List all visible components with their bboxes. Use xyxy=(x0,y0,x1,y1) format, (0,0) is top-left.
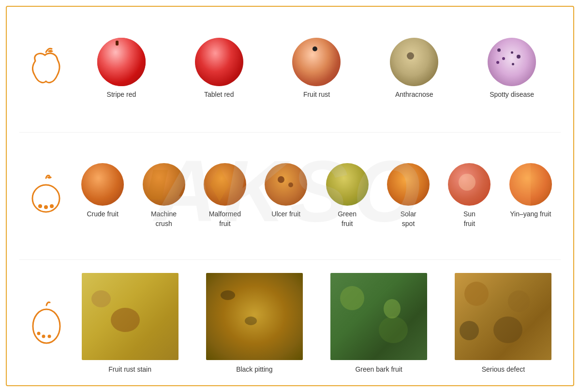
apple-icon xyxy=(19,46,73,90)
fruit-item-green-fruit: Greenfruit xyxy=(317,163,377,228)
fruit-rust-stain-image xyxy=(82,273,178,360)
fruit-item-solar-spot: Solarspot xyxy=(378,163,438,228)
machine-crush-label: Machinecrush xyxy=(151,210,177,228)
main-layout: Stripe red Tablet red Fruit rust xyxy=(10,10,570,382)
serious-defect-label: Serious defect xyxy=(482,365,525,375)
tablet-red-image xyxy=(195,38,243,86)
fruit-item-serious-defect: Serious defect xyxy=(446,273,561,375)
orange-icon xyxy=(19,173,73,219)
fruit-rust-label: Fruit rust xyxy=(303,90,330,100)
fruit-item-anthracnose: Anthracnose xyxy=(365,38,463,100)
fruit-item-ulcer-fruit: Ulcer fruit xyxy=(256,163,316,219)
green-fruit-label: Greenfruit xyxy=(338,210,357,228)
fruit-item-black-pitting: Black pitting xyxy=(197,273,312,375)
orange-row: Crude fruit Machinecrush Malformedfr xyxy=(10,137,570,255)
fruit-item-green-bark-fruit: Green bark fruit xyxy=(322,273,436,375)
spotty-disease-image xyxy=(488,38,536,86)
black-pitting-label: Black pitting xyxy=(236,365,272,375)
sun-fruit-label: Sunfruit xyxy=(463,210,476,228)
green-bark-fruit-image xyxy=(330,273,427,360)
serious-defect-image xyxy=(455,273,551,360)
orange-items: Crude fruit Machinecrush Malformedfr xyxy=(73,163,561,228)
divider-1 xyxy=(19,132,561,133)
anthracnose-label: Anthracnose xyxy=(395,90,433,100)
solar-spot-label: Solarspot xyxy=(401,210,416,228)
crude-fruit-image xyxy=(81,163,124,206)
stripe-red-image xyxy=(97,38,146,86)
crude-fruit-label: Crude fruit xyxy=(87,210,119,219)
ulcer-fruit-label: Ulcer fruit xyxy=(271,210,300,219)
fruit-rust-stain-label: Fruit rust stain xyxy=(108,365,151,375)
ulcer-fruit-image xyxy=(265,163,307,206)
yin-yang-fruit-label: Yin–yang fruit xyxy=(510,210,551,219)
fruit-item-sun-fruit: Sunfruit xyxy=(439,163,499,228)
stripe-red-label: Stripe red xyxy=(107,90,136,100)
fruit-item-stripe-red: Stripe red xyxy=(73,38,170,100)
fruit-item-fruit-rust: Fruit rust xyxy=(268,38,366,100)
fruit-item-malformed-fruit: Malformedfruit xyxy=(195,163,255,228)
green-bark-fruit-label: Green bark fruit xyxy=(355,365,402,375)
fruit-item-crude-fruit: Crude fruit xyxy=(73,163,133,219)
svg-point-4 xyxy=(33,309,60,343)
lemon-row: Fruit rust stain Black pitting xyxy=(10,265,570,382)
green-fruit-image xyxy=(326,163,369,206)
lemon-icon xyxy=(19,300,73,348)
malformed-fruit-label: Malformedfruit xyxy=(209,210,241,228)
fruit-item-yin-yang-fruit: Yin–yang fruit xyxy=(501,163,561,219)
svg-point-6 xyxy=(42,334,45,338)
sun-fruit-image xyxy=(448,163,491,206)
malformed-fruit-image xyxy=(204,163,246,206)
svg-point-3 xyxy=(50,204,54,208)
anthracnose-image xyxy=(390,38,438,86)
lemon-items: Fruit rust stain Black pitting xyxy=(73,273,561,375)
spotty-disease-label: Spotty disease xyxy=(490,90,534,100)
svg-point-5 xyxy=(37,332,40,335)
apple-items: Stripe red Tablet red Fruit rust xyxy=(73,38,561,100)
svg-point-1 xyxy=(38,204,42,208)
machine-crush-image xyxy=(143,163,185,206)
yin-yang-fruit-image xyxy=(509,163,552,206)
fruit-item-machine-crush: Machinecrush xyxy=(134,163,193,228)
fruit-rust-image xyxy=(292,38,341,86)
apple-row: Stripe red Tablet red Fruit rust xyxy=(10,10,570,127)
solar-spot-image xyxy=(387,163,430,206)
black-pitting-image xyxy=(206,273,303,360)
fruit-item-tablet-red: Tablet red xyxy=(170,38,268,100)
divider-2 xyxy=(19,259,561,260)
fruit-item-spotty-disease: Spotty disease xyxy=(463,38,561,100)
svg-point-7 xyxy=(47,334,51,338)
fruit-item-fruit-rust-stain: Fruit rust stain xyxy=(73,273,187,375)
svg-point-2 xyxy=(44,205,48,209)
tablet-red-label: Tablet red xyxy=(204,90,234,100)
